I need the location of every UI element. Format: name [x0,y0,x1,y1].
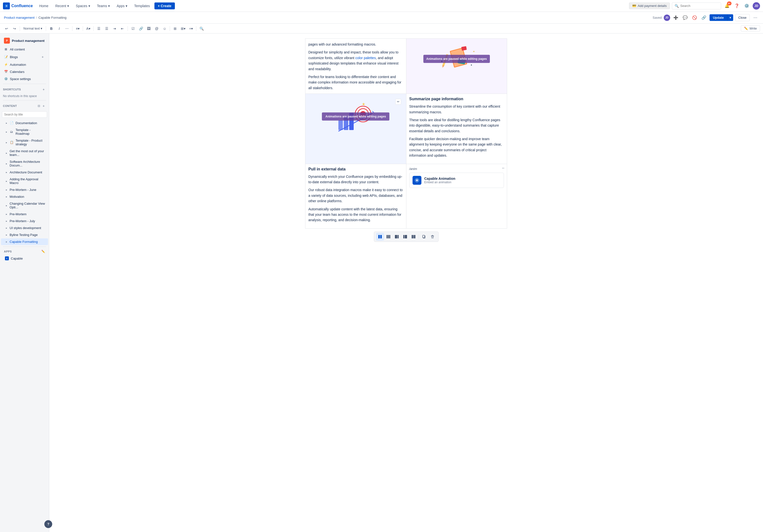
no-shortcuts-text: No shortcuts in this space [0,93,49,99]
layout-3col-button[interactable] [384,233,392,241]
copy-layout-button[interactable] [420,233,428,241]
text-color-button[interactable]: A▾ [84,25,92,32]
italic-button[interactable]: I [55,25,63,32]
add-collaborator-button[interactable]: ➕ [672,14,680,21]
filter-icon[interactable]: ⊟ [38,104,40,108]
link-button[interactable]: 🔗 [700,14,708,21]
sidebar-item-approval-macro[interactable]: ▸ Adding the Approval Macro [1,176,48,186]
align-button[interactable]: ≡▾ [74,25,81,32]
undo-button[interactable]: ↩ [3,25,10,32]
redo-button[interactable]: ↪ [11,25,18,32]
sidebar-item-get-most-out[interactable]: ▸ Get the most out of your team... [1,148,48,158]
shortcuts-section-header[interactable]: SHORTCUTS + [0,85,49,93]
update-chevron-button[interactable]: ▾ [727,14,733,21]
delete-layout-button[interactable] [429,233,436,241]
cell-1-2[interactable]: Animations are paused while editing page… [406,39,507,94]
expand-icon: ▸ [6,180,7,182]
blogs-add-button[interactable]: + [40,54,45,59]
apps-section-header: APPS ✏️ [1,248,48,255]
sidebar-space-logo[interactable]: P Product management [1,36,48,46]
content-add-button[interactable]: + [41,103,46,108]
sidebar-item-pre-mortem-june[interactable]: ▸ Pre-Mortem - June [1,186,48,193]
cell-1-1[interactable]: pages with our advanced formatting macro… [305,39,406,94]
sidebar-item-space-settings[interactable]: ⚙️ Space settings [1,75,48,82]
help-button[interactable]: ❓ [733,2,741,10]
comment-button[interactable]: 💬 [682,14,689,21]
outdent-button[interactable]: ⇤ [119,25,126,32]
nav-home[interactable]: Home [37,2,51,9]
update-button[interactable]: Update [709,14,727,21]
bold-button[interactable]: B [48,25,55,32]
link-toolbar-button[interactable]: 🔗 [137,25,145,32]
sidebar-item-pre-mortem-july[interactable]: ▸ Pre-Mortem - July [1,218,48,224]
svg-rect-24 [388,235,389,238]
editor-content-area[interactable]: pages with our advanced formatting macro… [49,34,763,532]
emoji-button[interactable]: ☺ [161,25,168,32]
nav-teams[interactable]: Teams ▾ [95,2,112,9]
create-button[interactable]: + Create [155,2,175,9]
sidebar-item-ui-styles[interactable]: ▸ UI styles development [1,225,48,231]
sidebar-item-calendars[interactable]: 📅 Calendars [1,68,48,75]
expand-cell-button[interactable]: ↔ [501,166,505,170]
bullet-list-button[interactable]: ☰ [95,25,102,32]
find-button[interactable]: 🔍 [198,25,205,32]
payment-button[interactable]: 💳 Add payment details [629,2,670,9]
layout-3col-sides-button[interactable] [409,233,417,241]
more-options-button[interactable]: ⋯ [752,14,759,21]
nav-templates[interactable]: Templates [132,2,153,9]
image-button[interactable]: 🖼 [145,25,153,32]
sidebar-item-blogs[interactable]: 📝 Blogs + [1,53,48,61]
content-table: pages with our advanced formatting macro… [305,39,507,229]
layout-2col-left-button[interactable] [393,233,401,241]
sidebar-item-capable-formatting[interactable]: ▸ Capable Formatting [1,238,48,245]
help-floating-button[interactable]: ? [44,520,52,528]
write-button[interactable]: ✏️ Write [741,25,760,32]
restrict-button[interactable]: 🚫 [691,14,698,21]
cell-2-1[interactable]: ★ Animations are paused while editing pa… [305,94,406,164]
column-button[interactable]: ⊞ [171,25,179,32]
indent-button[interactable]: ⇥ [111,25,118,32]
sidebar-item-byline-testing[interactable]: ▸ Byline Testing Page [1,232,48,238]
sidebar-item-arch-doc[interactable]: ▸ Architecture Document [1,169,48,175]
sidebar-item-automation[interactable]: ⚡ Automation [1,61,48,68]
layout-2col-right-button[interactable] [401,233,409,241]
sidebar-item-software-arch[interactable]: ▸ Software Architecture Docum... [1,159,48,169]
expand-icon: ▸ [6,131,7,133]
edit-cell-button[interactable]: ✏ [395,99,401,105]
sidebar-item-template-product-strategy[interactable]: ▸ 📋 Template - Product strategy [1,137,48,148]
nav-apps[interactable]: Apps ▾ [114,2,130,9]
search-box[interactable]: 🔍 [672,2,721,9]
app-logo[interactable]: ✕ Confluence [3,2,33,9]
table-button[interactable]: ⊞▾ [179,25,187,32]
sidebar-item-pre-mortem[interactable]: ▸ Pre-Mortem [1,211,48,217]
text-style-select[interactable]: Normal text ▾ [21,26,44,31]
sidebar-item-calendar-view[interactable]: ▸ Changing Calendar View Opti... [1,200,48,211]
user-avatar[interactable]: JD [753,2,760,10]
numbered-list-button[interactable]: ☰ [103,25,110,32]
sidebar-item-motivation[interactable]: ▸ Motivation [1,193,48,200]
sidebar-item-all-content[interactable]: ⊞ All content [1,46,48,53]
svg-point-9 [473,51,474,52]
sidebar-search-input[interactable] [2,111,47,118]
cell-3-2[interactable]: ↔ /anim Capable Animation Embed an anima… [406,164,507,228]
nav-spaces[interactable]: Spaces ▾ [73,2,93,9]
sidebar-item-template-roadmap[interactable]: ▸ 🗂 Template - Roadmap [1,127,48,137]
shortcuts-add-button[interactable]: + [41,87,46,92]
sidebar-item-capable[interactable]: C Capable [2,255,47,262]
task-button[interactable]: ☑ [129,25,137,32]
notifications-button[interactable]: 🔔 9+ [723,2,731,10]
layout-2col-button[interactable] [376,233,384,241]
close-button[interactable]: Close [735,14,750,21]
sidebar-item-documentation[interactable]: ▸ 📄 Documentation [1,119,48,126]
search-input[interactable] [680,4,718,8]
cell-2-2[interactable]: Summarize page information Streamline th… [406,94,507,164]
capable-animation-card[interactable]: Capable Animation Embed an animation [409,173,504,188]
more-insert-button[interactable]: +▾ [187,25,194,32]
nav-recent[interactable]: Recent ▾ [53,2,71,9]
cell-3-1[interactable]: Pull in external data Dynamically enrich… [305,164,406,228]
settings-button[interactable]: ⚙️ [743,2,751,10]
more-text-button[interactable]: ⋯ [63,25,71,32]
apps-edit-icon[interactable]: ✏️ [42,250,45,253]
breadcrumb-parent[interactable]: Product management [4,16,35,20]
mention-button[interactable]: @ [153,25,160,32]
